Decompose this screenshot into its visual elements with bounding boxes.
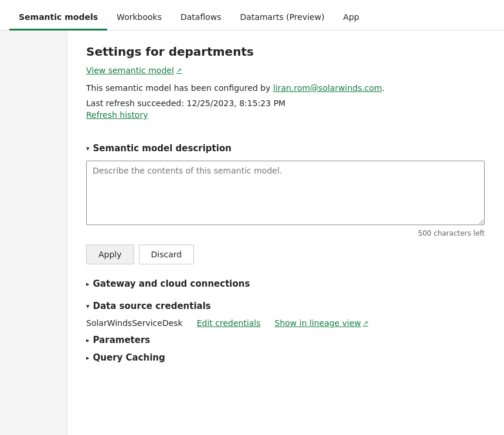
apply-button[interactable]: Apply <box>86 244 134 264</box>
query-caching-section-label: Query Caching <box>93 352 165 363</box>
view-link-label: View semantic model <box>86 66 174 75</box>
tab-dataflows[interactable]: Dataflows <box>171 5 231 30</box>
lineage-link-label: Show in lineage view <box>275 318 361 328</box>
sidebar <box>0 30 67 435</box>
credentials-chevron-icon: ▾ <box>86 303 90 310</box>
config-prefix: This semantic model has been configured … <box>86 83 273 93</box>
gateway-section-header[interactable]: ▸ Gateway and cloud connections <box>86 278 485 289</box>
config-email-link[interactable]: liran.rom@solarwinds.com <box>273 83 382 93</box>
edit-credentials-link[interactable]: Edit credentials <box>197 318 261 328</box>
main-layout: Settings for departments View semantic m… <box>0 30 504 435</box>
credentials-section-label: Data source credentials <box>93 301 211 311</box>
credentials-source-name: SolarWindsServiceDesk <box>86 318 183 328</box>
tab-semantic-models[interactable]: Semantic models <box>9 5 107 30</box>
main-content: Settings for departments View semantic m… <box>67 30 504 435</box>
tab-workbooks[interactable]: Workbooks <box>107 5 171 30</box>
parameters-section-header[interactable]: ▸ Parameters <box>86 335 485 345</box>
gateway-section-label: Gateway and cloud connections <box>93 278 250 289</box>
description-chevron-icon: ▾ <box>86 145 90 152</box>
description-section-header[interactable]: ▾ Semantic model description <box>86 143 485 154</box>
tab-datamarts[interactable]: Datamarts (Preview) <box>231 5 334 30</box>
description-textarea[interactable] <box>86 161 485 225</box>
parameters-chevron-icon: ▸ <box>86 337 90 344</box>
refresh-history-link[interactable]: Refresh history <box>86 110 148 120</box>
description-button-row: Apply Discard <box>86 244 485 264</box>
view-semantic-model-link[interactable]: View semantic model ↗ <box>86 66 182 75</box>
query-caching-section-header[interactable]: ▸ Query Caching <box>86 352 485 363</box>
lineage-view-link[interactable]: Show in lineage view ↗ <box>275 318 369 328</box>
external-link-icon: ↗ <box>176 67 182 74</box>
char-count: 500 characters left <box>86 229 485 237</box>
parameters-section-label: Parameters <box>93 335 151 345</box>
query-caching-chevron-icon: ▸ <box>86 354 90 362</box>
top-nav: Semantic models Workbooks Dataflows Data… <box>0 0 504 30</box>
page-title: Settings for departments <box>86 45 485 59</box>
description-section-label: Semantic model description <box>93 143 231 154</box>
lineage-external-icon: ↗ <box>363 320 368 327</box>
gateway-chevron-icon: ▸ <box>86 280 90 288</box>
discard-button[interactable]: Discard <box>139 244 195 264</box>
tab-app[interactable]: App <box>334 5 369 30</box>
config-suffix: . <box>382 83 384 93</box>
config-text: This semantic model has been configured … <box>86 83 485 93</box>
credentials-section-header[interactable]: ▾ Data source credentials <box>86 301 485 311</box>
refresh-status: Last refresh succeeded: 12/25/2023, 8:15… <box>86 98 485 108</box>
credentials-row: SolarWindsServiceDesk Edit credentials S… <box>86 318 485 328</box>
